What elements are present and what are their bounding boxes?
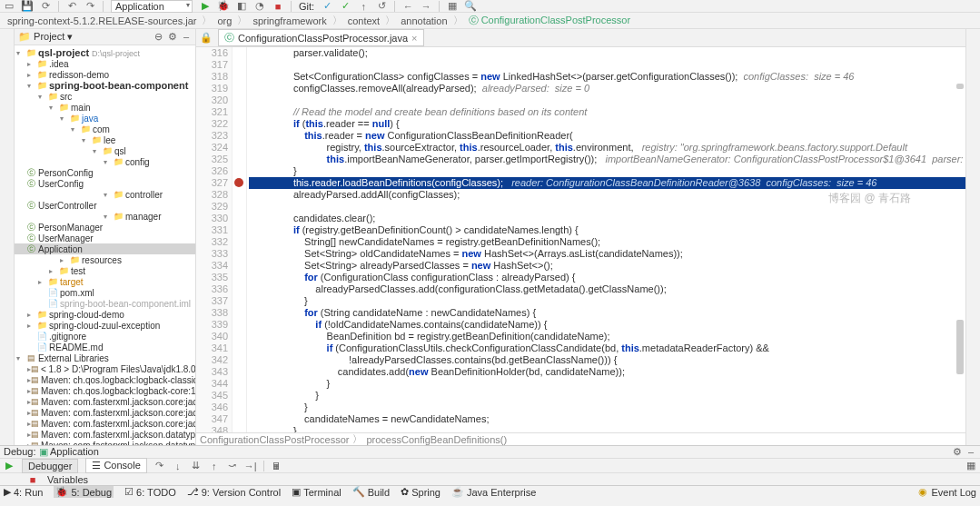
tree-item[interactable]: ▸📁target [15, 276, 195, 287]
tree-root[interactable]: ▾📁qsl-project D:\qsl-project [15, 47, 195, 58]
git-pull-icon[interactable]: ✓ [322, 1, 332, 12]
tree-item[interactable]: ▸📁spring-cloud-demo [15, 309, 195, 320]
run-tool-button[interactable]: ▶ 4: Run [4, 486, 43, 498]
tree-item[interactable]: ▾📁config [15, 156, 195, 167]
stop-icon[interactable]: ■ [272, 1, 283, 12]
tree-item[interactable]: ▾📁qsl [15, 145, 195, 156]
debug-icon[interactable]: 🐞 [218, 1, 229, 12]
open-icon[interactable]: ▭ [4, 1, 15, 12]
crumb[interactable]: ⓒ ConfigurationClassPostProcessor [465, 13, 635, 28]
tree-item[interactable]: 📄.gitignore [15, 331, 195, 342]
forward-icon[interactable]: → [421, 1, 431, 12]
debug-tool-button[interactable]: 🐞 5: Debug [54, 486, 114, 498]
run-icon[interactable]: ▶ [200, 1, 211, 12]
git-push-icon[interactable]: ↑ [358, 1, 369, 12]
tree-lib-item[interactable]: ▸▤Maven: ch.qos.logback:logback-core:1.2… [15, 385, 195, 396]
crumb[interactable]: annotation [397, 15, 450, 27]
refresh-icon[interactable]: ⟳ [40, 1, 51, 12]
tree-item[interactable]: 📄pom.xml [15, 287, 195, 298]
search-icon[interactable]: 🔍 [465, 1, 476, 12]
spring-tool-button[interactable]: ✿ Spring [401, 486, 441, 498]
debugger-tab[interactable]: Debugger [22, 459, 78, 473]
run-to-cursor-icon[interactable]: →| [245, 461, 256, 471]
tree-lib-item[interactable]: ▸▤Maven: ch.qos.logback:logback-classic:… [15, 374, 195, 385]
tree-item[interactable]: ⓒApplication [15, 243, 195, 254]
redo-icon[interactable]: ↷ [84, 1, 95, 12]
tree-lib-item[interactable]: ▸▤Maven: com.fasterxml.jackson.core:jack… [15, 407, 195, 418]
tree-item[interactable]: ▸📁redisson-demo [15, 69, 195, 80]
crumb[interactable]: context [344, 15, 383, 27]
project-tree[interactable]: ▾📁qsl-project D:\qsl-project▸📁.idea▸📁red… [15, 45, 195, 445]
editor-tab[interactable]: ⓒ ConfigurationClassPostProcessor.java × [218, 29, 424, 46]
tree-lib-item[interactable]: ▸▤Maven: com.fasterxml.jackson.datatype:… [15, 440, 195, 445]
tree-item[interactable]: ▾📁src [15, 91, 195, 102]
left-tool-stripe[interactable] [0, 29, 15, 445]
terminal-tool-button[interactable]: ▣ Terminal [292, 486, 342, 498]
stop-debug-icon[interactable]: ■ [27, 474, 38, 485]
resume-icon[interactable]: ▶ [4, 461, 15, 471]
crumb-method[interactable]: processConfigBeanDefinitions() [366, 434, 507, 445]
debug-hide-icon[interactable]: – [965, 446, 976, 457]
collapse-icon[interactable]: ⊖ [153, 32, 164, 43]
run-config-dropdown[interactable]: Application [111, 0, 193, 13]
tree-item[interactable]: ▾📁controller [15, 189, 195, 200]
tree-item[interactable]: ⓒUserConfig [15, 178, 195, 189]
vcs-tool-button[interactable]: ⎇ 9: Version Control [187, 486, 281, 498]
git-commit-icon[interactable]: ✓ [340, 1, 351, 12]
tree-lib-item[interactable]: ▸▤Maven: com.fasterxml.jackson.core:jack… [15, 396, 195, 407]
build-tool-button[interactable]: 🔨 Build [352, 486, 390, 498]
layout-icon[interactable]: ▦ [965, 461, 976, 471]
structure-icon[interactable]: ▦ [447, 1, 458, 12]
step-over-icon[interactable]: ↷ [154, 461, 165, 471]
tree-item[interactable]: ▾📁java [15, 113, 195, 124]
tree-lib-item[interactable]: ▸▤Maven: com.fasterxml.jackson.datatype:… [15, 429, 195, 440]
tree-item[interactable]: ⓒUserController [15, 200, 195, 211]
todo-tool-button[interactable]: ☑ 6: TODO [124, 486, 176, 498]
gutter-breakpoints[interactable] [233, 47, 247, 432]
profile-icon[interactable]: ◔ [254, 1, 265, 12]
tree-ext-libs[interactable]: ▾▤External Libraries [15, 352, 195, 363]
git-history-icon[interactable]: ↺ [376, 1, 387, 12]
step-out-icon[interactable]: ↑ [209, 461, 220, 471]
tree-item[interactable]: 📄README.md [15, 342, 195, 352]
tree-lib-item[interactable]: ▸▤Maven: com.fasterxml.jackson.core:jack… [15, 418, 195, 429]
jee-tool-button[interactable]: ☕ Java Enterprise [451, 486, 536, 498]
right-tool-stripe[interactable] [965, 29, 980, 445]
tree-item[interactable]: ⓒPersonConfig [15, 167, 195, 178]
close-tab-icon[interactable]: × [411, 33, 417, 44]
tree-item[interactable]: ▸📁resources [15, 254, 195, 265]
gutter[interactable]: 3163173183193203213223233243253263273283… [196, 47, 233, 432]
crumb-class[interactable]: ConfigurationClassPostProcessor [200, 434, 349, 445]
settings-icon[interactable]: ⚙ [167, 32, 178, 43]
scrollbar-thumb[interactable] [956, 320, 964, 374]
tree-item[interactable]: ▾📁main [15, 102, 195, 113]
crumb[interactable]: spring-context-5.1.2.RELEASE-sources.jar [4, 15, 200, 27]
event-log-button[interactable]: ◉ Event Log [918, 486, 976, 498]
tree-item[interactable]: ▾📁com [15, 124, 195, 134]
code-area[interactable]: parser.validate(); Set<ConfigurationClas… [247, 47, 965, 432]
drop-frame-icon[interactable]: ⤻ [227, 461, 238, 471]
tree-item[interactable]: ▸📁test [15, 265, 195, 276]
console-tab[interactable]: ☰ Console [85, 458, 146, 473]
save-icon[interactable]: 💾 [22, 1, 33, 12]
step-into-icon[interactable]: ↓ [173, 461, 183, 471]
tree-item[interactable]: ▾📁spring-boot-bean-component [15, 80, 195, 91]
crumb[interactable]: springframework [249, 15, 330, 27]
breakpoint-icon[interactable] [234, 178, 243, 187]
coverage-icon[interactable]: ◧ [236, 1, 247, 12]
tree-item[interactable]: ⓒPersonManager [15, 222, 195, 233]
tree-item[interactable]: ⓒUserManager [15, 233, 195, 243]
tree-item[interactable]: ▸📁spring-cloud-zuul-exception [15, 320, 195, 331]
tree-lib-item[interactable]: ▸▤< 1.8 > D:\Program Files\Java\jdk1.8.0… [15, 363, 195, 374]
tree-item[interactable]: ▸📁.idea [15, 58, 195, 69]
undo-icon[interactable]: ↶ [66, 1, 77, 12]
tree-item[interactable]: 📄spring-boot-bean-component.iml [15, 298, 195, 309]
tree-item[interactable]: ▾📁lee [15, 134, 195, 145]
evaluate-icon[interactable]: 🖩 [272, 461, 282, 471]
error-stripe-mark[interactable] [956, 84, 964, 89]
back-icon[interactable]: ← [402, 1, 413, 12]
crumb[interactable]: org [213, 15, 235, 27]
force-step-into-icon[interactable]: ⇊ [191, 461, 202, 471]
tree-item[interactable]: ▾📁manager [15, 211, 195, 222]
debug-settings-icon[interactable]: ⚙ [952, 447, 963, 458]
